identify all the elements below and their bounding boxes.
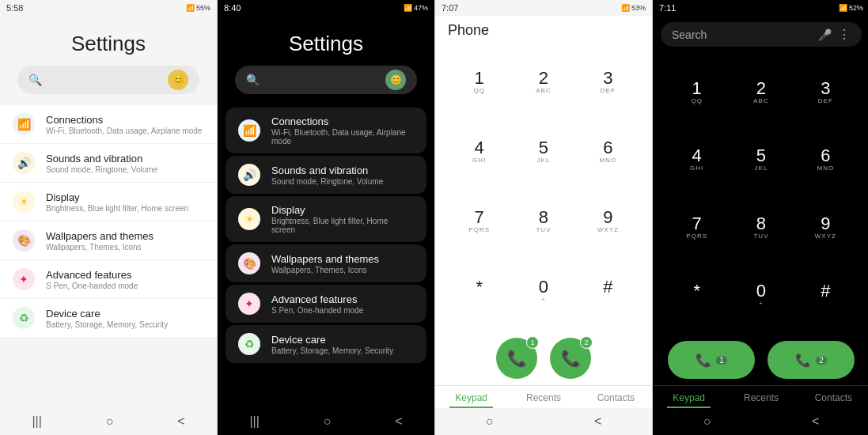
advanced-icon-dark: ✦ — [238, 293, 260, 315]
key-hash-dark[interactable]: # — [794, 263, 857, 329]
item-subtitle: S Pen, One-handed mode — [46, 282, 204, 290]
search-icon-2: 🔍 — [246, 74, 260, 86]
key-1[interactable]: 1QQ — [448, 48, 510, 116]
list-item[interactable]: 📶 Connections Wi-Fi, Bluetooth, Data usa… — [226, 108, 426, 153]
back-button-3[interactable]: < — [588, 413, 608, 430]
back-button-4[interactable]: < — [805, 413, 825, 430]
list-item[interactable]: ♻ Device care Battery, Storage, Memory, … — [0, 299, 217, 338]
list-item[interactable]: 🔊 Sounds and vibration Sound mode, Ringt… — [226, 156, 426, 194]
item-subtitle: Wallpapers, Themes, Icons — [271, 266, 414, 274]
call-sim1-button-dark[interactable]: 📞 1 — [668, 341, 755, 379]
more-icon-4[interactable]: ⋮ — [838, 27, 851, 42]
status-bar-1: 5:58 📶 55% — [0, 0, 217, 16]
key-2-dark[interactable]: 2ABC — [730, 59, 792, 126]
key-3[interactable]: 3DEF — [577, 48, 639, 116]
list-item[interactable]: ☀ Display Brightness, Blue light filter,… — [0, 183, 217, 221]
call-sim2-button[interactable]: 📞 2 — [550, 338, 591, 379]
phone4-search-bar[interactable]: Search 🎤 ⋮ — [661, 22, 862, 47]
display-icon: ☀ — [13, 191, 35, 213]
item-subtitle: Sound mode, Ringtone, Volume — [271, 177, 414, 186]
search-icon-1: 🔍 — [28, 74, 42, 86]
avatar-1[interactable]: 😊 — [168, 70, 188, 90]
tab-contacts-3[interactable]: Contacts — [580, 386, 652, 408]
tab-recents-4[interactable]: Recents — [725, 386, 797, 408]
advanced-icon: ✦ — [13, 268, 35, 290]
wifi-icon: 📶 — [13, 113, 35, 135]
item-title: Device care — [271, 334, 414, 346]
home-button-3[interactable]: ○ — [479, 413, 500, 430]
home-button-4[interactable]: ○ — [697, 413, 718, 430]
sound-icon: 🔊 — [13, 152, 35, 174]
key-star[interactable]: * — [448, 257, 510, 325]
item-title: Display — [46, 191, 204, 203]
device-icon: ♻ — [13, 307, 35, 329]
key-6[interactable]: 6MNO — [577, 118, 639, 186]
back-button-2[interactable]: < — [389, 413, 408, 430]
item-subtitle: Battery, Storage, Memory, Security — [46, 320, 204, 329]
tab-keypad-3[interactable]: Keypad — [435, 386, 507, 408]
search-text-4: Search — [672, 28, 812, 41]
tab-contacts-4[interactable]: Contacts — [798, 386, 868, 408]
key-1-dark[interactable]: 1QQ — [665, 59, 728, 126]
item-title: Sounds and vibration — [46, 153, 204, 165]
key-5[interactable]: 5JKL — [512, 118, 574, 186]
search-bar-2[interactable]: 🔍 😊 — [235, 66, 417, 94]
list-item[interactable]: ✦ Advanced features S Pen, One-handed mo… — [0, 260, 217, 299]
list-item[interactable]: ♻ Device care Battery, Storage, Memory, … — [226, 325, 426, 363]
time-4: 7:11 — [659, 3, 676, 13]
list-item[interactable]: 🎨 Wallpapers and themes Wallpapers, Them… — [226, 244, 426, 282]
key-star-dark[interactable]: * — [665, 263, 728, 329]
key-0[interactable]: 0+ — [512, 257, 574, 325]
nav-bar-2: ||| ○ < — [218, 408, 434, 435]
wallpaper-icon: 🎨 — [13, 229, 35, 252]
tab-keypad-4[interactable]: Keypad — [653, 386, 725, 408]
key-6-dark[interactable]: 6MNO — [794, 127, 857, 194]
list-item[interactable]: 📶 Connections Wi-Fi, Bluetooth, Data usa… — [0, 105, 217, 144]
status-icons-2: 📶 47% — [404, 4, 428, 12]
key-9-dark[interactable]: 9WXYZ — [794, 195, 857, 261]
key-7-dark[interactable]: 7PQRS — [665, 195, 728, 261]
home-button-2[interactable]: ○ — [317, 413, 338, 430]
display-icon-dark: ☀ — [238, 208, 260, 230]
status-icons-4: 📶 52% — [839, 4, 863, 12]
call-buttons-3: 📞 1 📞 2 — [435, 331, 652, 385]
sound-icon-dark: 🔊 — [238, 164, 260, 186]
status-bar-3: 7:07 📶 53% — [435, 0, 652, 16]
call-sim2-button-dark[interactable]: 📞 2 — [768, 341, 855, 379]
avatar-2[interactable]: 😊 — [385, 70, 406, 90]
bottom-tabs-3: Keypad Recents Contacts — [435, 385, 652, 408]
search-bar-1[interactable]: 🔍 😊 — [17, 66, 199, 94]
key-8[interactable]: 8TUV — [512, 187, 574, 255]
settings-list-1: 📶 Connections Wi-Fi, Bluetooth, Data usa… — [0, 102, 217, 408]
settings-title-2: Settings — [289, 32, 363, 56]
key-5-dark[interactable]: 5JKL — [730, 127, 792, 194]
key-4[interactable]: 4GHI — [448, 118, 510, 186]
settings-header-2: Settings 🔍 😊 — [218, 16, 434, 102]
menu-button-2[interactable]: ||| — [243, 413, 265, 430]
home-button-1[interactable]: ○ — [100, 413, 120, 430]
panel-3-dialer-light: 7:07 📶 53% Phone 1QQ 2ABC 3DEF 4GHI 5JKL… — [435, 0, 652, 435]
list-item[interactable]: 🎨 Wallpapers and themes Wallpapers, Them… — [0, 221, 217, 260]
key-3-dark[interactable]: 3DEF — [794, 59, 857, 126]
phone-header-3: Phone — [435, 16, 652, 42]
call-sim1-button[interactable]: 📞 1 — [496, 338, 537, 379]
key-9[interactable]: 9WXYZ — [577, 187, 639, 255]
key-2[interactable]: 2ABC — [512, 48, 574, 116]
time-1: 5:58 — [6, 3, 23, 13]
key-7[interactable]: 7PQRS — [448, 187, 510, 255]
list-item[interactable]: 🔊 Sounds and vibration Sound mode, Ringt… — [0, 144, 217, 183]
keypad-3: 1QQ 2ABC 3DEF 4GHI 5JKL 6MNO 7PQRS 8TUV … — [435, 42, 652, 331]
list-item[interactable]: ☀ Display Brightness, Blue light filter,… — [226, 196, 426, 242]
tab-recents-3[interactable]: Recents — [507, 386, 579, 408]
settings-list-2: 📶 Connections Wi-Fi, Bluetooth, Data usa… — [218, 102, 434, 408]
key-hash[interactable]: # — [577, 257, 639, 325]
list-item[interactable]: ✦ Advanced features S Pen, One-handed mo… — [226, 285, 426, 323]
key-4-dark[interactable]: 4GHI — [665, 127, 728, 194]
back-button-1[interactable]: < — [171, 413, 191, 430]
key-0-dark[interactable]: 0+ — [730, 263, 792, 329]
phone-title-3: Phone — [448, 22, 639, 39]
item-subtitle: Brightness, Blue light filter, Home scre… — [46, 204, 204, 213]
mic-icon-4[interactable]: 🎤 — [818, 28, 832, 41]
key-8-dark[interactable]: 8TUV — [730, 195, 792, 261]
menu-button-1[interactable]: ||| — [25, 413, 47, 430]
